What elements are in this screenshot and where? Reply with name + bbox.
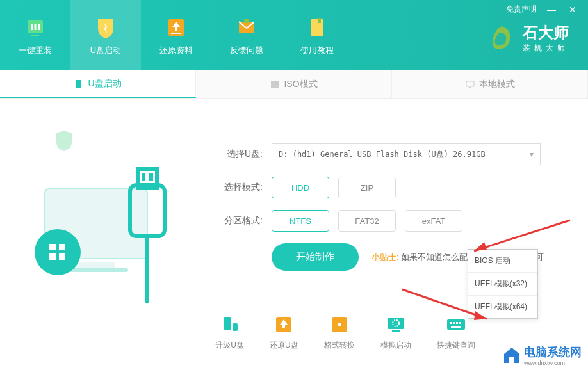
convert-icon [328,313,351,336]
partition-label: 分区格式: [218,215,263,227]
house-icon [502,346,521,365]
header: 一键重装 U盘启动 还原资料 反馈问题 使用教程 免责声明 [0,0,588,70]
tool-label: 还原U盘 [270,340,298,351]
svg-rect-8 [244,19,249,23]
tip-body: 如果不知道怎么配置 [401,252,476,262]
svg-rect-11 [76,80,81,88]
tab-label: U盘启动 [90,45,121,56]
mail-icon [234,14,259,40]
content: 选择U盘: D: (hd1) General USB Flash Disk (U… [0,99,588,370]
svg-rect-37 [388,318,404,329]
subtab-iso[interactable]: ISO模式 [196,70,392,98]
usb-value: D: (hd1) General USB Flash Disk (U盘) 26.… [279,149,486,160]
svg-rect-41 [450,322,452,324]
subtab-label: U盘启动 [88,78,121,90]
minimize-button[interactable]: — [544,4,559,15]
decorative-graphic [26,118,179,297]
mode-zip[interactable]: ZIP [338,177,396,198]
window-controls: 免责声明 — ✕ [506,4,579,15]
svg-rect-19 [49,244,56,250]
tool-shortcut-lookup[interactable]: 快捷键查询 [437,313,475,351]
svg-rect-32 [224,317,231,330]
mode-hdd[interactable]: HDD [272,177,329,198]
tab-usb-boot[interactable]: U盘启动 [70,0,141,70]
subtab-local[interactable]: 本地模式 [392,70,588,98]
logo: 石大师 装机大师 [487,22,569,54]
svg-rect-12 [271,81,279,88]
simulate-icon [384,313,407,336]
svg-rect-4 [31,35,39,36]
usb-select[interactable]: D: (hd1) General USB Flash Disk (U盘) 26.… [272,143,541,165]
usb-upgrade-icon [218,313,241,336]
bios-item-uefi32[interactable]: UEFI 模拟(x32) [468,273,537,296]
tab-restore[interactable]: 还原资料 [141,0,211,70]
close-button[interactable]: ✕ [566,4,579,15]
watermark-title: 电脑系统网 [524,346,582,358]
svg-rect-26 [149,173,153,181]
partition-ntfs[interactable]: NTFS [272,210,329,232]
svg-rect-42 [453,322,455,324]
tool-label: 模拟启动 [380,340,411,351]
tab-label: 还原资料 [159,45,193,56]
partition-fat32[interactable]: FAT32 [338,210,396,232]
svg-rect-9 [311,19,323,36]
tab-reinstall[interactable]: 一键重装 [0,0,70,70]
mode-options: HDD ZIP [272,177,396,198]
tool-label: 格式转换 [324,340,355,351]
sub-tabs: U盘启动 ISO模式 本地模式 [0,70,588,99]
partition-row: 分区格式: NTFS FAT32 exFAT [218,210,550,232]
logo-icon [487,24,516,53]
svg-rect-40 [447,319,465,330]
tip-label: 小贴士: [372,252,399,262]
watermark: 电脑系统网 www.dnxtw.com [502,344,582,366]
svg-point-36 [338,323,341,326]
partition-exfat[interactable]: exFAT [405,210,462,232]
svg-rect-14 [469,87,471,88]
tool-restore-usb[interactable]: 还原U盘 [270,313,298,351]
svg-rect-22 [59,253,65,260]
tool-upgrade-usb[interactable]: 升级U盘 [215,313,244,351]
monitor-icon [465,79,475,90]
mode-row: 选择模式: HDD ZIP [218,177,550,198]
bios-item-bios[interactable]: BIOS 启动 [468,250,537,273]
start-button[interactable]: 开始制作 [272,243,359,271]
chevron-down-icon: ▾ [530,150,534,159]
svg-rect-16 [77,262,115,268]
svg-rect-33 [233,323,238,331]
tab-label: 反馈问题 [230,45,263,56]
usb-row: 选择U盘: D: (hd1) General USB Flash Disk (U… [218,143,550,165]
tool-simulate-boot[interactable]: 模拟启动 [380,313,411,351]
restore-icon [272,313,295,336]
mode-label: 选择模式: [218,182,263,193]
svg-rect-47 [509,357,514,363]
partition-options: NTFS FAT32 exFAT [272,210,462,232]
svg-rect-39 [392,330,400,332]
svg-rect-2 [35,24,37,30]
svg-point-18 [35,229,81,275]
svg-rect-13 [466,81,474,86]
svg-rect-3 [38,24,40,30]
svg-rect-44 [459,322,461,324]
svg-rect-20 [59,244,65,250]
svg-rect-45 [451,326,461,328]
tab-tutorial[interactable]: 使用教程 [282,0,352,70]
watermark-url: www.dnxtw.com [524,360,582,366]
subtab-label: 本地模式 [479,79,515,90]
bios-menu: BIOS 启动 UEFI 模拟(x32) UEFI 模拟(x64) [468,249,538,319]
tool-format-convert[interactable]: 格式转换 [324,313,355,351]
subtab-usb-boot[interactable]: U盘启动 [0,70,196,98]
tab-label: 使用教程 [300,45,334,56]
logo-subtitle: 装机大师 [523,43,569,54]
keyboard-icon [445,313,468,336]
upload-icon [163,14,189,40]
svg-rect-25 [142,173,145,181]
book-icon [304,14,330,40]
tab-feedback[interactable]: 反馈问题 [211,0,282,70]
disclaimer-link[interactable]: 免责声明 [506,4,537,15]
subtab-label: ISO模式 [284,79,317,90]
svg-rect-21 [49,253,56,260]
svg-rect-6 [171,33,181,34]
usb-icon [74,79,84,89]
tab-label: 一键重装 [19,45,52,56]
svg-rect-10 [318,18,321,23]
